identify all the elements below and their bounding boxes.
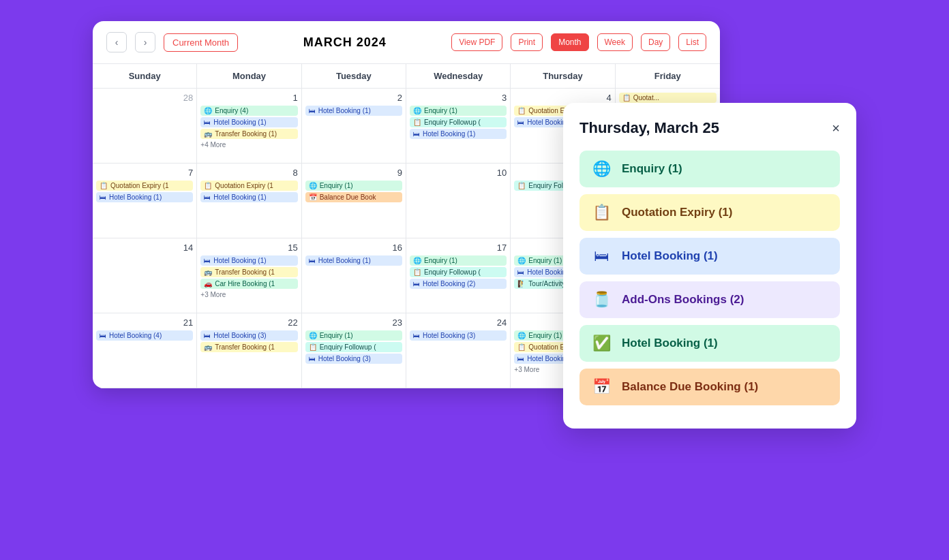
more-events-link[interactable]: +4 More [200, 140, 297, 149]
popup-event-icon: 📋 [590, 204, 612, 221]
event-icon: 📋 [517, 182, 526, 189]
event-label: Enquiry (1) [424, 107, 457, 114]
event-pill[interactable]: 🛏Hotel Booking (1) [200, 255, 297, 266]
cal-cell: 15🛏Hotel Booking (1)🚌Transfer Booking (1… [197, 238, 301, 313]
day-number: 1 [200, 93, 297, 103]
event-icon: 🌐 [517, 257, 526, 264]
day-number: 2 [305, 93, 402, 103]
event-icon: 🛏 [517, 119, 524, 126]
event-icon: 🌐 [413, 107, 421, 114]
popup-close-button[interactable]: × [832, 121, 840, 136]
event-icon: 📋 [100, 182, 108, 189]
popup-event-icon: 🌐 [590, 160, 612, 178]
event-pill[interactable]: 🛏Hotel Booking (1) [410, 129, 507, 139]
day-header-monday: Monday [197, 64, 301, 89]
view-pdf-button[interactable]: View PDF [451, 33, 502, 51]
event-pill[interactable]: 🚌Transfer Booking (1) [200, 129, 297, 139]
list-view-button[interactable]: List [678, 33, 706, 51]
event-pill[interactable]: 🛏Hotel Booking (4) [96, 330, 193, 341]
cal-cell: 17🌐Enquiry (1)📋Enquiry Followup (🛏Hotel … [406, 238, 511, 313]
event-pill[interactable]: 🚌Transfer Booking (1 [200, 342, 297, 352]
event-icon: 📋 [204, 182, 212, 189]
cal-cell: 3🌐Enquiry (1)📋Enquiry Followup (🛏Hotel B… [406, 89, 511, 164]
popup-event-label: Balance Due Booking (1) [622, 380, 758, 394]
popup-event-item[interactable]: 📅 Balance Due Booking (1) [579, 369, 840, 405]
day-number: 24 [410, 317, 507, 328]
popup-event-item[interactable]: 🫙 Add-Ons Bookings (2) [579, 281, 840, 318]
popup-event-item[interactable]: ✅ Hotel Booking (1) [579, 325, 840, 362]
event-pill[interactable]: 🌐Enquiry (1) [410, 106, 507, 116]
cal-cell: 28 [93, 89, 197, 164]
month-view-button[interactable]: Month [551, 33, 588, 51]
cal-cell: 16🛏Hotel Booking (1) [302, 238, 406, 313]
event-pill[interactable]: 🚌Transfer Booking (1 [200, 267, 297, 277]
event-pill[interactable]: 📅Balance Due Book [305, 192, 402, 202]
event-icon: 📋 [413, 268, 421, 276]
event-label: Transfer Booking (1) [215, 130, 277, 138]
event-icon: 🛏 [309, 355, 316, 362]
current-month-button[interactable]: Current Month [164, 33, 238, 52]
day-number: 23 [305, 317, 402, 328]
popup-title: Thursday, March 25 [579, 119, 719, 137]
event-label: Hotel Booking (4) [109, 332, 162, 339]
event-pill[interactable]: 🛏Hotel Booking (1) [200, 192, 297, 202]
popup-events: 🌐 Enquiry (1) 📋 Quotation Expiry (1) 🛏 H… [579, 151, 840, 405]
event-icon: 📋 [517, 343, 526, 351]
day-number: 16 [305, 243, 402, 253]
event-icon: 🚌 [204, 268, 212, 276]
print-button[interactable]: Print [511, 33, 543, 51]
cal-cell: 14 [93, 238, 197, 313]
day-view-button[interactable]: Day [641, 33, 670, 51]
event-pill[interactable]: 🌐Enquiry (4) [200, 106, 297, 116]
event-label: Hotel Booking (3) [423, 332, 475, 339]
event-pill[interactable]: 📋Quotat... [619, 93, 717, 103]
popup-event-icon: 🫙 [590, 291, 612, 309]
event-label: Hotel Booking (1) [213, 257, 266, 264]
event-pill[interactable]: 🛏Hotel Booking (1) [305, 106, 402, 116]
event-pill[interactable]: 📋Quotation Expiry (1 [200, 181, 297, 191]
event-pill[interactable]: 🛏Hotel Booking (3) [200, 330, 297, 341]
cal-cell: 1🌐Enquiry (4)🛏Hotel Booking (1)🚌Transfer… [197, 89, 301, 164]
popup-event-label: Hotel Booking (1) [622, 249, 718, 263]
event-pill[interactable]: 📋Enquiry Followup ( [410, 267, 507, 277]
event-pill[interactable]: 🛏Hotel Booking (3) [410, 330, 507, 341]
popup-event-item[interactable]: 📋 Quotation Expiry (1) [579, 194, 840, 231]
popup-event-icon: ✅ [590, 335, 612, 352]
prev-month-button[interactable]: ‹ [106, 32, 127, 52]
event-pill[interactable]: 🌐Enquiry (1) [410, 255, 507, 266]
event-icon: 🛏 [100, 332, 106, 339]
event-label: Enquiry Followup ( [320, 343, 376, 351]
event-pill[interactable]: 🛏Hotel Booking (1) [200, 117, 297, 127]
outer-wrapper: ‹ › Current Month MARCH 2024 View PDF Pr… [93, 21, 856, 539]
more-events-link[interactable]: +3 More [200, 290, 297, 299]
event-icon: 🛏 [204, 193, 211, 201]
event-icon: 🌐 [517, 332, 526, 339]
popup-event-label: Hotel Booking (1) [622, 337, 718, 350]
day-header-sunday: Sunday [93, 64, 197, 89]
event-icon: 🛏 [100, 193, 106, 201]
event-pill[interactable]: 📋Enquiry Followup ( [410, 117, 507, 127]
day-number: 21 [96, 317, 193, 328]
event-pill[interactable]: 🛏Hotel Booking (1) [96, 192, 193, 202]
next-month-button[interactable]: › [135, 32, 155, 52]
event-pill[interactable]: 📋Quotation Expiry (1 [96, 181, 193, 191]
event-pill[interactable]: 🚗Car Hire Booking (1 [200, 279, 297, 289]
event-icon: 🛏 [413, 332, 420, 339]
event-pill[interactable]: 🛏Hotel Booking (2) [410, 279, 507, 289]
calendar-title: MARCH 2024 [246, 35, 443, 50]
event-pill[interactable]: 🛏Hotel Booking (3) [305, 354, 402, 364]
event-pill[interactable]: 🌐Enquiry (1) [305, 181, 402, 191]
calendar-header: ‹ › Current Month MARCH 2024 View PDF Pr… [93, 21, 720, 64]
event-pill[interactable]: 🛏Hotel Booking (1) [305, 255, 402, 266]
cal-cell: 24🛏Hotel Booking (3) [406, 313, 511, 388]
day-number: 3 [410, 93, 507, 103]
event-icon: 🛏 [204, 332, 211, 339]
cal-cell: 10 [406, 164, 511, 238]
event-pill[interactable]: 🌐Enquiry (1) [305, 330, 402, 341]
popup-event-label: Add-Ons Bookings (2) [622, 293, 744, 307]
week-view-button[interactable]: Week [597, 33, 633, 51]
event-pill[interactable]: 📋Enquiry Followup ( [305, 342, 402, 352]
popup-event-item[interactable]: 🛏 Hotel Booking (1) [579, 238, 840, 275]
popup-event-item[interactable]: 🌐 Enquiry (1) [579, 151, 840, 187]
day-header-friday: Friday [616, 64, 720, 89]
